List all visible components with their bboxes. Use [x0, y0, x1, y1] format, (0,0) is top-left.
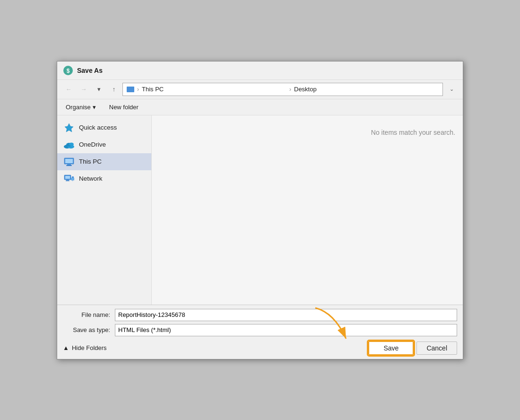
path-dropdown-button[interactable]: ⌄ [445, 83, 458, 96]
file-area: No items match your search. [152, 115, 463, 305]
file-name-label: File name: [63, 311, 115, 318]
address-bar-icon [127, 87, 134, 92]
svg-rect-12 [65, 176, 70, 179]
history-dropdown-button[interactable]: ▾ [92, 83, 105, 96]
save-as-dialog: $ Save As ← → ▾ ↑ › This PC › Desktop ⌄ … [57, 61, 463, 359]
new-folder-button[interactable]: New folder [106, 102, 141, 112]
new-folder-label: New folder [109, 104, 139, 111]
no-items-message: No items match your search. [371, 129, 455, 136]
action-buttons: Save Cancel [368, 341, 457, 355]
svg-text:$: $ [67, 67, 70, 74]
save-type-select[interactable]: HTML Files (*.html) [115, 324, 457, 336]
onedrive-icon [64, 140, 74, 149]
svg-rect-9 [67, 164, 71, 165]
svg-rect-10 [66, 165, 72, 166]
toolbar: Organise ▾ New folder [57, 99, 463, 115]
cancel-label: Cancel [426, 344, 447, 352]
svg-rect-16 [71, 178, 74, 180]
save-type-label: Save as type: [63, 326, 115, 333]
address-sep2: › [289, 86, 291, 93]
organise-arrow: ▾ [93, 104, 96, 111]
sidebar-label-quick-access: Quick access [79, 124, 117, 131]
sidebar-label-onedrive: OneDrive [79, 141, 106, 148]
path-part2: Desktop [294, 86, 439, 93]
svg-point-6 [69, 142, 74, 146]
hide-folders-label: Hide Folders [72, 344, 107, 351]
svg-rect-13 [66, 180, 69, 181]
sidebar-label-network: Network [79, 175, 103, 182]
actions-row: ▲ Hide Folders Save Cancel [63, 341, 457, 355]
up-button[interactable]: ↑ [107, 83, 121, 96]
svg-rect-15 [72, 176, 74, 178]
this-pc-icon [64, 157, 74, 166]
sidebar-item-this-pc[interactable]: This PC [57, 153, 151, 170]
cancel-button[interactable]: Cancel [416, 341, 457, 355]
sidebar-item-onedrive[interactable]: OneDrive [57, 136, 151, 153]
save-button[interactable]: Save [368, 341, 414, 355]
save-type-row: Save as type: HTML Files (*.html) [63, 324, 457, 336]
quick-access-icon [64, 123, 74, 132]
file-name-input[interactable] [115, 309, 457, 321]
navigation-bar: ← → ▾ ↑ › This PC › Desktop ⌄ [57, 80, 463, 99]
back-button[interactable]: ← [62, 83, 75, 96]
bottom-bar: File name: Save as type: HTML Files (*.h… [57, 305, 463, 359]
svg-rect-14 [66, 180, 69, 181]
dialog-title: Save As [77, 67, 103, 74]
forward-button[interactable]: → [77, 83, 90, 96]
svg-rect-8 [65, 159, 73, 163]
network-icon [64, 174, 74, 184]
path-part1: This PC [142, 86, 286, 93]
sidebar-item-quick-access[interactable]: Quick access [57, 119, 151, 136]
app-icon: $ [63, 65, 73, 76]
sidebar-label-this-pc: This PC [79, 158, 102, 165]
address-bar[interactable]: › This PC › Desktop [122, 83, 443, 96]
hide-folders-button[interactable]: ▲ Hide Folders [63, 344, 107, 351]
sidebar: Quick access OneDrive [57, 115, 152, 305]
address-sep1: › [137, 86, 139, 93]
svg-marker-2 [65, 123, 73, 132]
sidebar-item-network[interactable]: Network [57, 170, 151, 187]
title-bar: $ Save As [57, 61, 463, 80]
organise-label: Organise [66, 104, 91, 111]
main-content: Quick access OneDrive [57, 115, 463, 305]
svg-point-17 [72, 180, 73, 181]
hide-folders-arrow: ▲ [63, 344, 69, 351]
save-label: Save [383, 344, 399, 352]
organise-button[interactable]: Organise ▾ [63, 102, 99, 112]
file-name-row: File name: [63, 309, 457, 321]
